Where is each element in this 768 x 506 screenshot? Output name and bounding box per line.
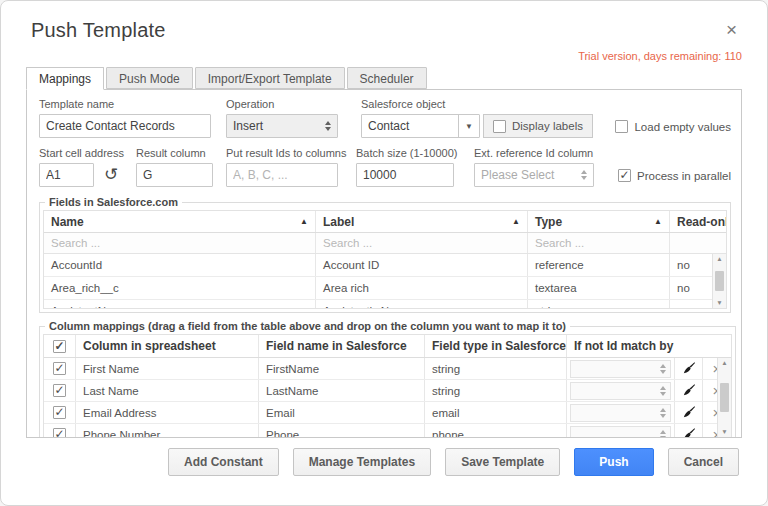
row-checkbox[interactable]: ✓ xyxy=(53,362,66,375)
dialog-header: Push Template × xyxy=(1,1,767,42)
cancel-button[interactable]: Cancel xyxy=(668,448,739,476)
trial-notice: Trial version, days remaining: 110 xyxy=(1,42,767,64)
push-template-dialog: Push Template × Trial version, days rema… xyxy=(0,0,768,506)
result-column-input[interactable] xyxy=(136,163,213,187)
mapping-row: ✓ Last Name LastName string × xyxy=(44,380,731,402)
form-row-1: Template name Operation Insert Salesforc… xyxy=(39,98,731,138)
tab-scheduler[interactable]: Scheduler xyxy=(347,67,427,89)
tab-mappings[interactable]: Mappings xyxy=(26,67,104,90)
dialog-footer: Add Constant Manage Templates Save Templ… xyxy=(1,438,767,476)
search-type-input[interactable] xyxy=(535,237,662,249)
push-button[interactable]: Push xyxy=(574,448,653,476)
mappings-table-header: ✓ Column in spreadsheet Field name in Sa… xyxy=(44,335,731,358)
select-all-cell: ✓ xyxy=(44,335,76,357)
load-empty-values-checkbox[interactable] xyxy=(615,120,628,133)
display-labels-checkbox[interactable] xyxy=(493,120,506,133)
sort-asc-icon[interactable]: ▲ xyxy=(650,217,662,226)
mappings-table: ✓ Column in spreadsheet Field name in Sa… xyxy=(43,334,732,438)
ext-reference-placeholder: Please Select xyxy=(481,168,554,182)
row-checkbox[interactable]: ✓ xyxy=(53,384,66,397)
search-label-input[interactable] xyxy=(323,237,520,249)
batch-size-label: Batch size (1-10000) xyxy=(356,147,454,159)
format-brush-icon[interactable] xyxy=(675,402,703,423)
fields-table: Name ▲ Label ▲ Type ▲ Read-only xyxy=(43,210,727,309)
spinner-icon xyxy=(325,121,331,131)
scroll-down-icon[interactable]: ▼ xyxy=(716,299,722,307)
col-header-name[interactable]: Name ▲ xyxy=(44,211,316,232)
col-header-match-by: If not Id match by xyxy=(567,335,731,357)
search-name-input[interactable] xyxy=(51,237,308,249)
operation-select[interactable]: Insert xyxy=(226,114,338,138)
salesforce-object-select[interactable]: Contact ▼ xyxy=(361,114,480,138)
table-row[interactable]: AssistantName Assistant's Name string no xyxy=(44,300,726,308)
format-brush-icon[interactable] xyxy=(675,358,703,379)
fields-legend: Fields in Salesforce.com xyxy=(45,196,182,208)
add-constant-button[interactable]: Add Constant xyxy=(168,448,279,476)
row-checkbox[interactable]: ✓ xyxy=(53,406,66,419)
mappings-table-body: ✓ First Name FirstName string × ✓ Last xyxy=(44,358,731,437)
match-by-select[interactable] xyxy=(570,404,671,422)
format-brush-icon[interactable] xyxy=(675,424,703,437)
load-empty-values-option[interactable]: Load empty values xyxy=(615,120,731,133)
start-cell-address-input[interactable] xyxy=(39,163,94,187)
ext-reference-select[interactable]: Please Select xyxy=(474,163,594,187)
manage-templates-button[interactable]: Manage Templates xyxy=(293,448,431,476)
close-icon[interactable]: × xyxy=(720,19,743,41)
mappings-legend: Column mappings (drag a field from the t… xyxy=(45,320,570,332)
process-in-parallel-label: Process in parallel xyxy=(637,170,731,182)
fields-table-header: Name ▲ Label ▲ Type ▲ Read-only xyxy=(44,211,726,233)
match-by-select[interactable] xyxy=(570,360,671,378)
put-result-ids-label: Put result Ids to columns xyxy=(226,147,338,159)
mappings-fieldset: Column mappings (drag a field from the t… xyxy=(39,320,736,438)
ext-reference-label: Ext. reference Id column xyxy=(474,147,594,159)
mapping-row: ✓ Phone Number Phone phone × xyxy=(44,424,731,437)
fields-scrollbar[interactable]: ▲ ▼ xyxy=(712,254,726,308)
col-header-readonly: Read-only xyxy=(670,211,726,232)
format-brush-icon[interactable] xyxy=(675,380,703,401)
scroll-up-icon[interactable]: ▲ xyxy=(721,359,727,367)
salesforce-object-label: Salesforce object xyxy=(361,98,480,110)
spinner-icon xyxy=(581,170,587,180)
col-header-type[interactable]: Type ▲ xyxy=(528,211,670,232)
result-column-label: Result column xyxy=(136,147,213,159)
table-row[interactable]: AccountId Account ID reference no xyxy=(44,254,726,277)
scrollbar-thumb[interactable] xyxy=(715,271,724,291)
col-header-field: Field name in Salesforce xyxy=(259,335,425,357)
tab-import-export-template[interactable]: Import/Export Template xyxy=(195,67,345,89)
dialog-title: Push Template xyxy=(31,19,166,42)
template-name-label: Template name xyxy=(39,98,211,110)
row-checkbox[interactable]: ✓ xyxy=(53,428,66,437)
save-template-button[interactable]: Save Template xyxy=(445,448,560,476)
process-in-parallel-option[interactable]: ✓ Process in parallel xyxy=(618,169,731,182)
batch-size-input[interactable] xyxy=(356,163,454,187)
mapping-row: ✓ Email Address Email email × xyxy=(44,402,731,424)
col-header-field-type: Field type in Salesforce xyxy=(425,335,567,357)
scrollbar-thumb[interactable] xyxy=(720,383,729,412)
scroll-up-icon[interactable]: ▲ xyxy=(716,255,722,263)
tab-push-mode[interactable]: Push Mode xyxy=(106,67,193,89)
chevron-down-icon[interactable]: ▼ xyxy=(458,115,479,137)
table-row[interactable]: Area_rich__c Area rich textarea no xyxy=(44,277,726,300)
mappings-scrollbar[interactable]: ▲ ▼ xyxy=(717,358,731,437)
operation-label: Operation xyxy=(226,98,338,110)
refresh-icon[interactable]: ↺ xyxy=(104,165,118,185)
start-cell-address-label: Start cell address xyxy=(39,147,136,159)
put-result-ids-input[interactable] xyxy=(226,163,338,187)
salesforce-object-value: Contact xyxy=(362,115,458,137)
col-header-label[interactable]: Label ▲ xyxy=(316,211,528,232)
load-empty-values-label: Load empty values xyxy=(634,121,731,133)
tab-bar: Mappings Push Mode Import/Export Templat… xyxy=(26,67,742,89)
operation-value: Insert xyxy=(233,119,263,133)
match-by-select[interactable] xyxy=(570,426,671,438)
sort-asc-icon[interactable]: ▲ xyxy=(508,217,520,226)
template-name-input[interactable] xyxy=(39,114,211,138)
scroll-down-icon[interactable]: ▼ xyxy=(721,428,727,436)
select-all-checkbox[interactable]: ✓ xyxy=(53,340,66,353)
sort-asc-icon[interactable]: ▲ xyxy=(296,217,308,226)
form-row-2: Start cell address ↺ Result column Put r… xyxy=(39,147,731,187)
process-in-parallel-checkbox[interactable]: ✓ xyxy=(618,169,631,182)
fields-search-row xyxy=(44,233,726,254)
match-by-select[interactable] xyxy=(570,382,671,400)
mapping-row: ✓ First Name FirstName string × xyxy=(44,358,731,380)
display-labels-option[interactable]: Display labels xyxy=(483,114,593,138)
